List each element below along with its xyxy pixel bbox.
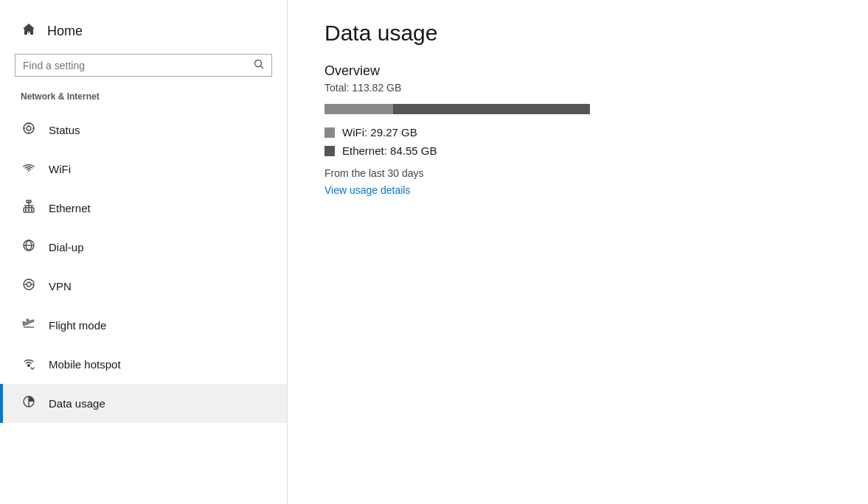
usage-bar	[324, 104, 590, 114]
sidebar-item-hotspot-label: Mobile hotspot	[49, 358, 121, 371]
sidebar-item-status[interactable]: Status	[0, 111, 287, 150]
sidebar-item-flightmode-label: Flight mode	[49, 319, 106, 332]
status-icon	[21, 121, 37, 139]
svg-point-1	[28, 29, 29, 30]
home-icon	[21, 22, 37, 41]
sidebar-item-vpn-label: VPN	[49, 280, 72, 293]
wifi-legend: WiFi: 29.27 GB	[324, 126, 831, 139]
view-details-link[interactable]: View usage details	[324, 184, 410, 196]
period-label: From the last 30 days	[324, 167, 831, 179]
sidebar-item-datausage-label: Data usage	[49, 397, 105, 410]
svg-point-5	[27, 126, 31, 130]
vpn-icon	[21, 277, 37, 295]
sidebar-item-ethernet[interactable]: Ethernet	[0, 189, 287, 228]
sidebar-item-hotspot[interactable]: Mobile hotspot	[0, 345, 287, 384]
sidebar-item-dialup[interactable]: Dial-up	[0, 228, 287, 267]
search-icon	[254, 59, 264, 71]
search-input[interactable]	[23, 60, 254, 71]
home-label: Home	[47, 24, 83, 39]
sidebar-item-wifi[interactable]: WiFi	[0, 150, 287, 189]
search-box[interactable]	[15, 54, 272, 77]
home-button[interactable]: Home	[0, 15, 287, 54]
wifi-legend-color	[324, 127, 335, 138]
svg-point-4	[24, 123, 34, 133]
sidebar-item-datausage[interactable]: Data usage	[0, 384, 287, 423]
ethernet-legend-color	[324, 146, 335, 156]
svg-line-3	[261, 66, 264, 69]
dialup-icon	[21, 238, 37, 256]
flightmode-icon	[21, 316, 37, 335]
overview-title: Overview	[324, 63, 831, 79]
sidebar-item-wifi-label: WiFi	[49, 163, 71, 175]
usage-bar-ethernet	[393, 104, 590, 114]
svg-point-27	[27, 364, 30, 367]
sidebar-item-dialup-label: Dial-up	[49, 241, 84, 253]
ethernet-legend: Ethernet: 84.55 GB	[324, 144, 831, 157]
section-label: Network & Internet	[0, 91, 287, 111]
overview-total: Total: 113.82 GB	[324, 82, 831, 94]
svg-rect-18	[28, 209, 29, 211]
hotspot-icon	[21, 355, 37, 374]
main-content: Data usage Overview Total: 113.82 GB WiF…	[288, 0, 868, 504]
svg-point-2	[255, 60, 262, 67]
sidebar-item-flightmode[interactable]: Flight mode	[0, 306, 287, 345]
svg-point-23	[27, 282, 31, 287]
svg-rect-19	[31, 209, 32, 211]
sidebar-item-status-label: Status	[49, 124, 80, 136]
sidebar-item-ethernet-label: Ethernet	[49, 202, 91, 214]
wifi-icon	[21, 160, 37, 178]
ethernet-icon	[21, 199, 37, 217]
sidebar: Home Network & Internet Status	[0, 0, 288, 504]
usage-bar-wifi	[324, 104, 393, 114]
ethernet-legend-label: Ethernet: 84.55 GB	[342, 144, 437, 157]
datausage-icon	[21, 394, 37, 413]
svg-rect-17	[25, 209, 27, 211]
wifi-legend-label: WiFi: 29.27 GB	[342, 126, 417, 139]
page-title: Data usage	[324, 21, 831, 46]
sidebar-item-vpn[interactable]: VPN	[0, 267, 287, 306]
